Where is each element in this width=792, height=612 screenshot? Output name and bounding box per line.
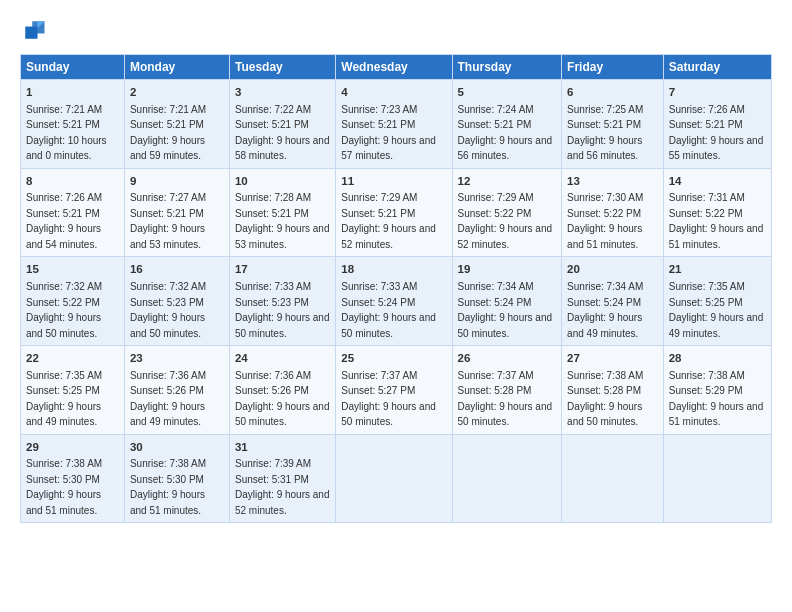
day-number: 30 <box>130 439 224 456</box>
day-cell: 1Sunrise: 7:21 AMSunset: 5:21 PMDaylight… <box>21 80 125 169</box>
logo-icon <box>20 16 48 44</box>
week-row-5: 29Sunrise: 7:38 AMSunset: 5:30 PMDayligh… <box>21 434 772 523</box>
day-cell <box>663 434 771 523</box>
day-cell: 23Sunrise: 7:36 AMSunset: 5:26 PMDayligh… <box>124 346 229 435</box>
day-cell: 17Sunrise: 7:33 AMSunset: 5:23 PMDayligh… <box>229 257 335 346</box>
day-info: Sunrise: 7:34 AMSunset: 5:24 PMDaylight:… <box>567 281 643 339</box>
day-cell: 18Sunrise: 7:33 AMSunset: 5:24 PMDayligh… <box>336 257 452 346</box>
day-number: 22 <box>26 350 119 367</box>
day-cell: 3Sunrise: 7:22 AMSunset: 5:21 PMDaylight… <box>229 80 335 169</box>
day-number: 13 <box>567 173 658 190</box>
day-info: Sunrise: 7:39 AMSunset: 5:31 PMDaylight:… <box>235 458 330 516</box>
page: SundayMondayTuesdayWednesdayThursdayFrid… <box>0 0 792 612</box>
header-row: SundayMondayTuesdayWednesdayThursdayFrid… <box>21 55 772 80</box>
day-number: 28 <box>669 350 766 367</box>
day-info: Sunrise: 7:22 AMSunset: 5:21 PMDaylight:… <box>235 104 330 162</box>
day-cell: 24Sunrise: 7:36 AMSunset: 5:26 PMDayligh… <box>229 346 335 435</box>
day-cell: 4Sunrise: 7:23 AMSunset: 5:21 PMDaylight… <box>336 80 452 169</box>
day-cell: 8Sunrise: 7:26 AMSunset: 5:21 PMDaylight… <box>21 168 125 257</box>
day-info: Sunrise: 7:24 AMSunset: 5:21 PMDaylight:… <box>458 104 553 162</box>
day-info: Sunrise: 7:37 AMSunset: 5:27 PMDaylight:… <box>341 370 436 428</box>
day-cell: 16Sunrise: 7:32 AMSunset: 5:23 PMDayligh… <box>124 257 229 346</box>
day-cell: 21Sunrise: 7:35 AMSunset: 5:25 PMDayligh… <box>663 257 771 346</box>
day-number: 24 <box>235 350 330 367</box>
day-info: Sunrise: 7:32 AMSunset: 5:22 PMDaylight:… <box>26 281 102 339</box>
day-info: Sunrise: 7:21 AMSunset: 5:21 PMDaylight:… <box>130 104 206 162</box>
day-number: 25 <box>341 350 446 367</box>
header-cell-saturday: Saturday <box>663 55 771 80</box>
day-info: Sunrise: 7:27 AMSunset: 5:21 PMDaylight:… <box>130 192 206 250</box>
day-cell: 10Sunrise: 7:28 AMSunset: 5:21 PMDayligh… <box>229 168 335 257</box>
day-info: Sunrise: 7:28 AMSunset: 5:21 PMDaylight:… <box>235 192 330 250</box>
day-number: 20 <box>567 261 658 278</box>
day-info: Sunrise: 7:33 AMSunset: 5:23 PMDaylight:… <box>235 281 330 339</box>
day-cell: 30Sunrise: 7:38 AMSunset: 5:30 PMDayligh… <box>124 434 229 523</box>
day-cell <box>452 434 562 523</box>
day-info: Sunrise: 7:38 AMSunset: 5:28 PMDaylight:… <box>567 370 643 428</box>
day-cell: 13Sunrise: 7:30 AMSunset: 5:22 PMDayligh… <box>562 168 664 257</box>
day-info: Sunrise: 7:38 AMSunset: 5:30 PMDaylight:… <box>26 458 102 516</box>
day-info: Sunrise: 7:32 AMSunset: 5:23 PMDaylight:… <box>130 281 206 339</box>
day-info: Sunrise: 7:31 AMSunset: 5:22 PMDaylight:… <box>669 192 764 250</box>
day-info: Sunrise: 7:23 AMSunset: 5:21 PMDaylight:… <box>341 104 436 162</box>
header-cell-monday: Monday <box>124 55 229 80</box>
day-cell: 15Sunrise: 7:32 AMSunset: 5:22 PMDayligh… <box>21 257 125 346</box>
svg-marker-1 <box>25 27 37 39</box>
header-cell-wednesday: Wednesday <box>336 55 452 80</box>
day-number: 10 <box>235 173 330 190</box>
day-info: Sunrise: 7:37 AMSunset: 5:28 PMDaylight:… <box>458 370 553 428</box>
day-info: Sunrise: 7:30 AMSunset: 5:22 PMDaylight:… <box>567 192 643 250</box>
day-number: 18 <box>341 261 446 278</box>
day-number: 9 <box>130 173 224 190</box>
header-cell-sunday: Sunday <box>21 55 125 80</box>
week-row-1: 1Sunrise: 7:21 AMSunset: 5:21 PMDaylight… <box>21 80 772 169</box>
day-number: 21 <box>669 261 766 278</box>
day-number: 16 <box>130 261 224 278</box>
day-info: Sunrise: 7:35 AMSunset: 5:25 PMDaylight:… <box>669 281 764 339</box>
day-info: Sunrise: 7:26 AMSunset: 5:21 PMDaylight:… <box>669 104 764 162</box>
header-cell-thursday: Thursday <box>452 55 562 80</box>
day-cell: 9Sunrise: 7:27 AMSunset: 5:21 PMDaylight… <box>124 168 229 257</box>
day-number: 19 <box>458 261 557 278</box>
day-cell: 7Sunrise: 7:26 AMSunset: 5:21 PMDaylight… <box>663 80 771 169</box>
day-number: 23 <box>130 350 224 367</box>
day-number: 27 <box>567 350 658 367</box>
day-info: Sunrise: 7:29 AMSunset: 5:22 PMDaylight:… <box>458 192 553 250</box>
day-cell: 11Sunrise: 7:29 AMSunset: 5:21 PMDayligh… <box>336 168 452 257</box>
calendar-table: SundayMondayTuesdayWednesdayThursdayFrid… <box>20 54 772 523</box>
day-info: Sunrise: 7:26 AMSunset: 5:21 PMDaylight:… <box>26 192 102 250</box>
day-cell: 28Sunrise: 7:38 AMSunset: 5:29 PMDayligh… <box>663 346 771 435</box>
day-info: Sunrise: 7:36 AMSunset: 5:26 PMDaylight:… <box>130 370 206 428</box>
day-number: 3 <box>235 84 330 101</box>
day-number: 12 <box>458 173 557 190</box>
day-info: Sunrise: 7:29 AMSunset: 5:21 PMDaylight:… <box>341 192 436 250</box>
day-number: 1 <box>26 84 119 101</box>
day-info: Sunrise: 7:35 AMSunset: 5:25 PMDaylight:… <box>26 370 102 428</box>
day-cell: 5Sunrise: 7:24 AMSunset: 5:21 PMDaylight… <box>452 80 562 169</box>
day-info: Sunrise: 7:38 AMSunset: 5:30 PMDaylight:… <box>130 458 206 516</box>
day-info: Sunrise: 7:38 AMSunset: 5:29 PMDaylight:… <box>669 370 764 428</box>
week-row-4: 22Sunrise: 7:35 AMSunset: 5:25 PMDayligh… <box>21 346 772 435</box>
header <box>20 16 772 44</box>
day-cell: 12Sunrise: 7:29 AMSunset: 5:22 PMDayligh… <box>452 168 562 257</box>
day-info: Sunrise: 7:21 AMSunset: 5:21 PMDaylight:… <box>26 104 107 162</box>
day-cell: 31Sunrise: 7:39 AMSunset: 5:31 PMDayligh… <box>229 434 335 523</box>
day-number: 4 <box>341 84 446 101</box>
day-number: 7 <box>669 84 766 101</box>
header-cell-friday: Friday <box>562 55 664 80</box>
day-info: Sunrise: 7:25 AMSunset: 5:21 PMDaylight:… <box>567 104 643 162</box>
week-row-2: 8Sunrise: 7:26 AMSunset: 5:21 PMDaylight… <box>21 168 772 257</box>
header-cell-tuesday: Tuesday <box>229 55 335 80</box>
day-number: 29 <box>26 439 119 456</box>
day-info: Sunrise: 7:36 AMSunset: 5:26 PMDaylight:… <box>235 370 330 428</box>
week-row-3: 15Sunrise: 7:32 AMSunset: 5:22 PMDayligh… <box>21 257 772 346</box>
day-number: 17 <box>235 261 330 278</box>
day-number: 26 <box>458 350 557 367</box>
day-cell: 14Sunrise: 7:31 AMSunset: 5:22 PMDayligh… <box>663 168 771 257</box>
day-number: 14 <box>669 173 766 190</box>
day-cell <box>562 434 664 523</box>
day-cell: 25Sunrise: 7:37 AMSunset: 5:27 PMDayligh… <box>336 346 452 435</box>
day-number: 31 <box>235 439 330 456</box>
day-number: 2 <box>130 84 224 101</box>
day-cell: 6Sunrise: 7:25 AMSunset: 5:21 PMDaylight… <box>562 80 664 169</box>
